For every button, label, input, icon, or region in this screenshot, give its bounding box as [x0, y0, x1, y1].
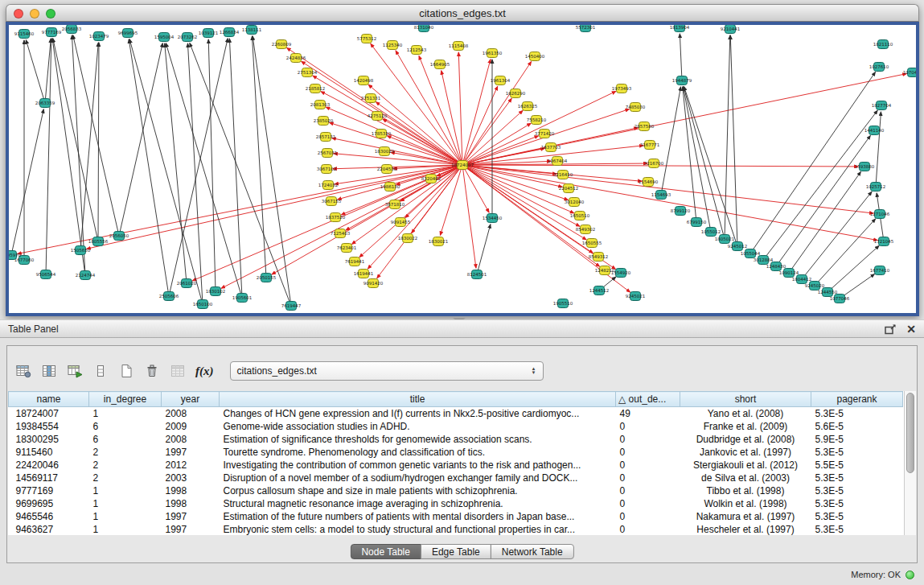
graph-node[interactable]: 4275120 [368, 112, 388, 121]
table-cell[interactable]: 1 [89, 523, 162, 536]
table-cell[interactable]: 1 [89, 510, 162, 523]
graph-node[interactable]: 3067155 [322, 197, 342, 206]
graph-node[interactable]: 1677410 [870, 266, 890, 275]
graph-node[interactable]: 1055044 [741, 249, 761, 258]
table-cell[interactable]: 1997 [162, 523, 220, 536]
graph-node[interactable]: 1961350 [483, 49, 503, 58]
graph-node[interactable]: 9777169 [42, 28, 62, 37]
graph-node[interactable]: 2505606 [159, 292, 179, 301]
graph-node[interactable]: 9245020 [805, 282, 825, 290]
graph-node[interactable]: 1827704 [872, 101, 892, 110]
column-header[interactable]: △ out_de... [616, 392, 680, 407]
table-cell[interactable]: Yano et al. (2008) [680, 407, 811, 420]
table-cell[interactable]: 1 [89, 407, 162, 420]
column-header[interactable]: pagerank [811, 392, 903, 407]
graph-node[interactable]: 1650510 [570, 212, 590, 220]
table-cell[interactable]: Tourette syndrome. Phenomenology and cla… [220, 446, 616, 459]
graph-node[interactable]: 1505650 [71, 246, 91, 255]
graph-node[interactable]: 1090124 [779, 269, 799, 278]
table-cell[interactable]: 22420046 [9, 459, 89, 472]
table-cell[interactable]: Estimation of the future numbers of pati… [220, 510, 616, 523]
graph-edge[interactable] [730, 35, 737, 246]
graph-node[interactable]: 8549312 [589, 253, 609, 262]
column-header[interactable]: title [220, 392, 616, 407]
tab-node-table[interactable]: Node Table [350, 544, 421, 559]
column-header[interactable]: short [680, 392, 811, 407]
graph-node[interactable]: 3216700 [644, 159, 664, 168]
table-cell[interactable]: 9463627 [9, 523, 89, 536]
graph-edge[interactable] [802, 192, 872, 279]
table-cell[interactable]: 1997 [162, 510, 220, 523]
graph-edge[interactable] [458, 52, 462, 165]
graph-edge[interactable] [52, 39, 85, 275]
graph-edge[interactable] [683, 87, 696, 222]
table-cell[interactable]: Nakamura et al. (1997) [680, 510, 811, 523]
graph-node[interactable]: 1595004 [154, 33, 175, 42]
table-row[interactable]: 911546021997Tourette syndrome. Phenomeno… [9, 446, 903, 459]
graph-edge[interactable] [46, 39, 51, 274]
graph-node[interactable]: 1944879 [672, 76, 692, 85]
table-cell[interactable]: 5.9E-5 [811, 433, 903, 446]
graph-node[interactable]: 1441140 [864, 126, 885, 135]
close-panel-icon[interactable]: ✕ [906, 323, 916, 336]
table-cell[interactable]: Genome-wide association studies in ADHD. [220, 420, 616, 433]
graph-node[interactable]: 8124501 [467, 270, 487, 279]
graph-node[interactable]: 1039121 [199, 29, 219, 38]
table-cell[interactable]: 0 [616, 472, 680, 484]
graph-node[interactable]: 9699695 [118, 29, 138, 38]
graph-node[interactable]: 1821110 [873, 40, 893, 49]
graph-edge[interactable] [208, 39, 216, 291]
graph-edge[interactable] [776, 135, 870, 266]
graph-edge[interactable] [462, 98, 511, 165]
graph-node[interactable]: 3067102 [317, 165, 337, 174]
graph-edge[interactable] [253, 36, 291, 306]
graph-node[interactable]: 9245021 [626, 292, 646, 301]
table-cell[interactable]: Dudbridge et al. (2008) [680, 433, 811, 446]
table-cell[interactable]: 9115460 [9, 446, 89, 459]
network-canvas[interactable]: 9115460977716920568331023479969969515950… [6, 22, 919, 316]
graph-node[interactable]: 8799120 [671, 207, 691, 216]
graph-node[interactable]: 7125403 [331, 229, 351, 238]
graph-node[interactable]: 2857131 [316, 133, 336, 142]
table-cell[interactable]: 14569117 [9, 472, 89, 484]
table-row[interactable]: 946554611997Estimation of the future num… [9, 510, 903, 523]
graph-node[interactable]: 9506544 [36, 270, 56, 279]
table-scrollbar[interactable] [904, 391, 916, 535]
table-row[interactable]: 1872400712008Changes of HCN gene express… [9, 407, 903, 420]
delete-table-icon[interactable] [144, 361, 160, 381]
table-cell[interactable]: 18300295 [9, 433, 89, 446]
graph-node[interactable]: 1125340 [383, 41, 403, 50]
graph-edge[interactable] [26, 40, 45, 103]
graph-node[interactable]: 1450400 [525, 52, 545, 61]
graph-edge[interactable] [187, 43, 203, 304]
table-cell[interactable]: 0 [616, 484, 680, 497]
table-row[interactable]: 1830029562008Estimation of significance … [9, 433, 903, 446]
graph-node[interactable]: 1830102 [206, 287, 226, 296]
graph-node[interactable]: 1626325 [518, 102, 538, 111]
graph-edge[interactable] [165, 43, 187, 283]
create-column-icon[interactable] [67, 361, 83, 381]
graph-edge[interactable] [419, 56, 462, 165]
graph-node[interactable]: 2204512 [559, 184, 579, 193]
graph-node[interactable]: 1534450 [483, 214, 503, 223]
graph-node[interactable]: 2056050 [109, 232, 129, 241]
graph-node[interactable]: 1077046 [830, 295, 850, 303]
row-height-icon[interactable] [92, 361, 109, 381]
window-titlebar[interactable]: citations_edges.txt [6, 4, 919, 22]
table-row[interactable]: 2242004622012Investigating the contribut… [9, 459, 903, 472]
graph-edge[interactable] [169, 39, 228, 296]
table-cell[interactable]: 6 [89, 433, 162, 446]
graph-node[interactable]: 1961304 [491, 76, 511, 85]
graph-node[interactable]: 1271046 [870, 210, 890, 219]
table-cell[interactable]: Disruption of a novel member of a sodium… [220, 472, 616, 484]
table-mode-icon[interactable] [15, 361, 31, 381]
table-cell[interactable]: Structural magnetic resonance image aver… [220, 497, 616, 510]
table-cell[interactable]: 5.3E-5 [811, 472, 903, 484]
graph-node[interactable]: 2385020 [314, 117, 334, 126]
graph-node[interactable]: 1154690 [639, 178, 659, 187]
graph-node[interactable]: 1027610 [869, 63, 889, 72]
graph-node[interactable]: 1115408 [449, 42, 469, 51]
table-cell[interactable]: 0 [616, 446, 680, 459]
table-cell[interactable]: Corpus callosum shape and size in male p… [220, 484, 616, 497]
table-row[interactable]: 1456911722003Disruption of a novel membe… [9, 472, 903, 484]
